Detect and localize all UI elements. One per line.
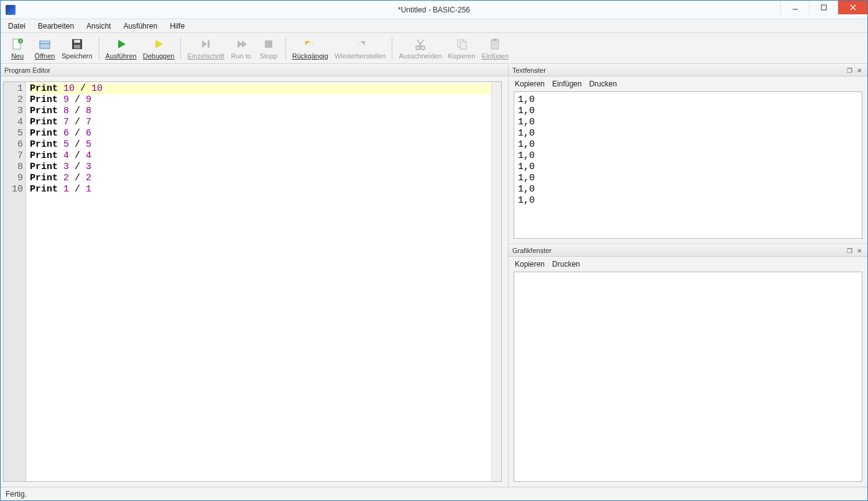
svg-rect-10	[74, 40, 80, 43]
svg-marker-17	[242, 40, 247, 48]
toolbar: + Neu Öffnen Speichern Ausführen Debugge…	[1, 33, 867, 64]
line-number: 6	[4, 139, 23, 150]
tb-einzelschritt[interactable]: Einzelschritt	[185, 34, 226, 63]
editor-header-label: Program Editor	[4, 67, 50, 74]
line-number: 3	[4, 106, 23, 117]
close-button[interactable]	[838, 1, 867, 14]
statusbar: Fertig.	[1, 487, 867, 500]
text-panel-header[interactable]: Textfenster ❐ ✕	[509, 64, 867, 76]
svg-marker-16	[238, 40, 242, 48]
line-number: 2	[4, 94, 23, 106]
gfx-panel-header[interactable]: Grafikfenster ❐ ✕	[509, 244, 867, 257]
code-line[interactable]: Print 7 / 7	[30, 117, 491, 128]
gfx-panel-close-icon[interactable]: ✕	[855, 246, 864, 255]
menu-ausfuehren[interactable]: Ausführen	[118, 21, 162, 32]
tb-kopieren[interactable]: Kopieren	[446, 34, 478, 63]
gfx-sub-kopieren[interactable]: Kopieren	[515, 260, 545, 269]
tb-rueckgaengig-label: Rückgängig	[292, 52, 328, 60]
svg-rect-7	[40, 44, 50, 48]
tb-wiederherstellen[interactable]: Wiederherstellen	[332, 34, 389, 63]
minimize-button[interactable]	[780, 1, 809, 14]
menu-datei[interactable]: Datei	[3, 21, 30, 32]
maximize-button[interactable]	[809, 1, 838, 14]
right-column: Textfenster ❐ ✕ Kopieren Einfügen Drucke…	[509, 64, 867, 487]
gfx-sub-drucken[interactable]: Drucken	[552, 260, 580, 269]
menu-ansicht[interactable]: Ansicht	[81, 21, 116, 32]
debug-icon	[151, 37, 166, 52]
svg-rect-25	[491, 40, 499, 49]
tb-debuggen-label: Debuggen	[143, 52, 175, 60]
tb-wiederherstellen-label: Wiederherstellen	[335, 52, 386, 60]
text-sub-einfuegen[interactable]: Einfügen	[552, 80, 581, 88]
svg-rect-11	[74, 45, 80, 48]
line-number: 5	[4, 128, 23, 139]
svg-marker-14	[202, 40, 207, 48]
gfx-canvas-wrap	[509, 272, 867, 487]
tb-debuggen[interactable]: Debuggen	[141, 34, 177, 63]
svg-point-22	[421, 46, 425, 50]
menu-bearbeiten[interactable]: Bearbeiten	[33, 21, 79, 32]
line-number: 9	[4, 173, 23, 184]
svg-rect-26	[493, 39, 497, 41]
svg-text:+: +	[19, 39, 22, 44]
editor-scrollbar[interactable]	[491, 82, 501, 481]
code-line[interactable]: Print 10 / 10	[30, 83, 491, 94]
code-line[interactable]: Print 1 / 1	[30, 184, 491, 195]
window-title: *Untitled - BASIC-256	[1, 6, 867, 14]
line-number: 7	[4, 150, 23, 162]
text-panel-close-icon[interactable]: ✕	[855, 66, 864, 75]
graphics-panel: Grafikfenster ❐ ✕ Kopieren Drucken	[509, 244, 867, 487]
window-controls	[780, 1, 867, 14]
code-line[interactable]: Print 6 / 6	[30, 128, 491, 139]
main-area: Program Editor 12345678910 Print 10 / 10…	[1, 64, 867, 487]
tb-rueckgaengig[interactable]: Rückgängig	[290, 34, 331, 63]
menubar: Datei Bearbeiten Ansicht Ausführen Hilfe	[1, 19, 867, 33]
code-line[interactable]: Print 9 / 9	[30, 94, 491, 106]
undo-icon	[303, 37, 318, 52]
svg-rect-15	[208, 40, 210, 48]
svg-rect-8	[40, 41, 50, 44]
tb-ausfuehren[interactable]: Ausführen	[103, 34, 139, 63]
code-line[interactable]: Print 2 / 2	[30, 173, 491, 184]
new-file-icon: +	[10, 37, 25, 52]
copy-icon	[455, 37, 469, 52]
tb-oeffnen[interactable]: Öffnen	[32, 34, 58, 63]
text-panel-sub: Kopieren Einfügen Drucken	[509, 76, 867, 91]
tb-runto-label: Run to	[231, 52, 251, 60]
svg-rect-18	[265, 40, 272, 48]
tb-ausschneiden[interactable]: Ausschneiden	[396, 34, 444, 63]
gfx-panel-title: Grafikfenster	[512, 247, 552, 254]
tb-neu-label: Neu	[11, 52, 24, 60]
graphics-canvas[interactable]	[514, 272, 862, 482]
text-sub-kopieren[interactable]: Kopieren	[515, 80, 545, 88]
open-file-icon	[37, 37, 52, 52]
line-number: 1	[4, 83, 23, 94]
gfx-panel-float-icon[interactable]: ❐	[845, 246, 854, 255]
text-panel-title: Textfenster	[512, 67, 546, 74]
text-output[interactable]: 1,0 1,0 1,0 1,0 1,0 1,0 1,0 1,0 1,0 1,0	[514, 91, 862, 239]
menu-hilfe[interactable]: Hilfe	[165, 21, 190, 32]
tb-stopp[interactable]: Stopp	[256, 34, 282, 63]
tb-speichern[interactable]: Speichern	[59, 34, 95, 63]
text-panel-float-icon[interactable]: ❐	[845, 66, 854, 75]
text-panel: Textfenster ❐ ✕ Kopieren Einfügen Drucke…	[509, 64, 867, 244]
stop-icon	[261, 37, 276, 52]
code-line[interactable]: Print 4 / 4	[30, 150, 491, 162]
text-sub-drucken[interactable]: Drucken	[589, 80, 617, 88]
app-icon	[6, 5, 16, 15]
editor-column: Program Editor 12345678910 Print 10 / 10…	[1, 64, 509, 487]
tb-sep-2	[180, 37, 181, 60]
code-line[interactable]: Print 3 / 3	[30, 162, 491, 173]
step-icon	[198, 37, 213, 52]
tb-einfuegen[interactable]: Einfügen	[479, 34, 511, 63]
code-line[interactable]: Print 8 / 8	[30, 106, 491, 117]
tb-runto[interactable]: Run to	[228, 34, 254, 63]
code-area[interactable]: Print 10 / 10Print 9 / 9Print 8 / 8Print…	[26, 82, 491, 481]
run-icon	[114, 37, 129, 52]
tb-speichern-label: Speichern	[62, 52, 93, 60]
tb-sep-4	[392, 37, 392, 60]
code-editor[interactable]: 12345678910 Print 10 / 10Print 9 / 9Prin…	[3, 81, 502, 482]
tb-neu[interactable]: + Neu	[4, 34, 30, 63]
redo-icon	[353, 37, 367, 52]
code-line[interactable]: Print 5 / 5	[30, 139, 491, 150]
